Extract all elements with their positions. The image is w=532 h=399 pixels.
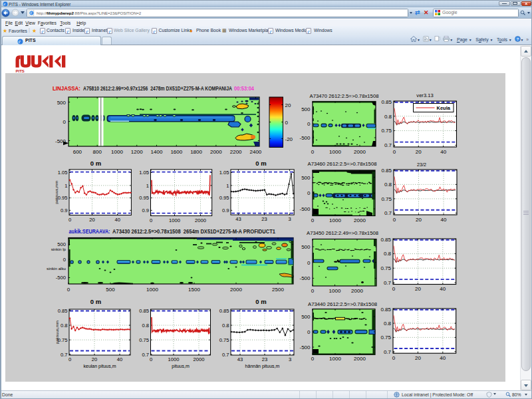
svg-text:23/2: 23/2	[417, 162, 426, 168]
svg-text:0: 0	[307, 329, 311, 335]
svg-text:40: 40	[117, 356, 122, 362]
svg-text:0: 0	[68, 217, 71, 223]
svg-text:0.95: 0.95	[139, 195, 149, 201]
svg-text:-500: -500	[299, 275, 311, 281]
svg-text:0.7: 0.7	[384, 280, 392, 286]
svg-text:1000: 1000	[329, 288, 341, 294]
svg-text:2000: 2000	[210, 149, 222, 155]
svg-text:500: 500	[301, 106, 311, 112]
svg-text:0.85: 0.85	[380, 307, 391, 313]
svg-text:43: 43	[235, 216, 241, 222]
svg-text:1600: 1600	[170, 149, 182, 155]
svg-text:0: 0	[285, 120, 289, 126]
svg-text:0.9: 0.9	[222, 207, 229, 213]
svg-text:2400: 2400	[250, 149, 262, 155]
svg-text:20: 20	[416, 217, 422, 223]
svg-text:0 m: 0 m	[255, 160, 266, 167]
svg-text:paksuus,mm: paksuus,mm	[55, 181, 59, 204]
svg-text:0.8: 0.8	[384, 182, 392, 188]
svg-text:40: 40	[440, 149, 446, 155]
svg-text:1.05: 1.05	[219, 170, 229, 176]
svg-text:1: 1	[226, 183, 229, 189]
svg-text:0.9: 0.9	[61, 207, 68, 213]
svg-text:0.75: 0.75	[381, 196, 392, 202]
svg-text:0.9: 0.9	[142, 207, 149, 213]
svg-text:0: 0	[311, 217, 315, 223]
svg-text:0.75: 0.75	[380, 265, 391, 271]
svg-text:0: 0	[67, 287, 70, 293]
svg-text:0.95: 0.95	[58, 195, 68, 201]
svg-text:0: 0	[63, 257, 66, 263]
svg-text:1: 1	[146, 183, 149, 189]
svg-text:0.8: 0.8	[61, 323, 68, 329]
svg-text:1000: 1000	[329, 217, 341, 223]
svg-text:0: 0	[68, 356, 71, 362]
svg-text:500: 500	[301, 244, 311, 250]
svg-text:0 m: 0 m	[90, 160, 101, 167]
svg-text:0: 0	[392, 355, 396, 361]
svg-text:sinkin lp: sinkin lp	[51, 247, 66, 251]
svg-text:0: 0	[311, 356, 315, 362]
svg-text:PITS: PITS	[16, 69, 25, 73]
svg-text:-500: -500	[299, 344, 311, 350]
svg-text:2000: 2000	[354, 356, 366, 362]
svg-text:0.85: 0.85	[380, 237, 391, 243]
svg-text:0: 0	[150, 217, 152, 223]
svg-text:600: 600	[73, 149, 82, 155]
svg-text:0.85: 0.85	[139, 308, 149, 314]
svg-text:0 m: 0 m	[90, 298, 101, 305]
svg-text:20: 20	[415, 355, 421, 361]
svg-text:0.75: 0.75	[219, 337, 229, 343]
svg-text:40: 40	[440, 355, 446, 361]
svg-text:A73460 2612:2.5=>0.78x1508: A73460 2612:2.5=>0.78x1508	[308, 161, 377, 167]
svg-text:3: 3	[289, 356, 291, 362]
svg-text:0.85: 0.85	[381, 99, 392, 105]
svg-text:20: 20	[92, 356, 97, 362]
svg-text:0: 0	[311, 288, 315, 294]
svg-text:0.7: 0.7	[142, 352, 149, 358]
svg-text:500: 500	[301, 314, 311, 320]
svg-text:LINJASSA:: LINJASSA:	[53, 86, 80, 92]
svg-text:-500: -500	[299, 206, 311, 212]
svg-text:3: 3	[288, 216, 291, 222]
svg-text:0.75: 0.75	[58, 337, 68, 343]
svg-text:-500: -500	[56, 275, 66, 281]
svg-text:20: 20	[285, 102, 291, 108]
svg-text:A73430 2612:2.5=>0.78x1508 26: A73430 2612:2.5=>0.78x1508 2654m DX51D+Z…	[112, 229, 275, 235]
svg-text:0.7: 0.7	[61, 352, 68, 358]
svg-text:0.8: 0.8	[142, 323, 149, 329]
svg-text:500: 500	[301, 175, 311, 181]
svg-text:0.75: 0.75	[139, 337, 149, 343]
svg-text:1: 1	[65, 183, 67, 189]
svg-text:2000: 2000	[354, 217, 366, 223]
svg-text:0: 0	[393, 149, 396, 155]
svg-text:0.75: 0.75	[380, 334, 391, 340]
svg-text:-500: -500	[299, 135, 311, 141]
svg-text:2000: 2000	[194, 356, 205, 362]
svg-text:aukik.SEURAAVA:: aukik.SEURAAVA:	[69, 229, 110, 235]
svg-text:0: 0	[63, 119, 66, 125]
svg-text:1000: 1000	[329, 149, 341, 155]
svg-text:1800: 1800	[190, 149, 202, 155]
svg-text:0.95: 0.95	[219, 195, 229, 201]
svg-text:-20: -20	[285, 136, 293, 142]
svg-text:-500: -500	[55, 138, 66, 144]
svg-text:23: 23	[261, 216, 267, 222]
svg-text:1.05: 1.05	[58, 170, 68, 176]
svg-text:0.8: 0.8	[384, 251, 392, 257]
svg-text:2000: 2000	[195, 217, 206, 223]
svg-text:1000: 1000	[169, 217, 180, 223]
svg-text:20: 20	[89, 217, 94, 223]
svg-text:2500: 2500	[272, 287, 284, 293]
svg-text:2200: 2200	[230, 149, 242, 155]
svg-text:0.8: 0.8	[384, 321, 392, 327]
svg-text:0.7: 0.7	[222, 352, 229, 358]
svg-text:1500: 1500	[188, 287, 200, 293]
svg-text:0: 0	[307, 190, 311, 196]
svg-text:1.05: 1.05	[139, 170, 149, 176]
svg-text:sinkin alku: sinkin alku	[47, 266, 66, 271]
svg-text:0.75: 0.75	[381, 128, 392, 134]
svg-text:500: 500	[106, 287, 115, 293]
svg-text:2000: 2000	[354, 149, 366, 155]
svg-text:0: 0	[392, 286, 396, 292]
